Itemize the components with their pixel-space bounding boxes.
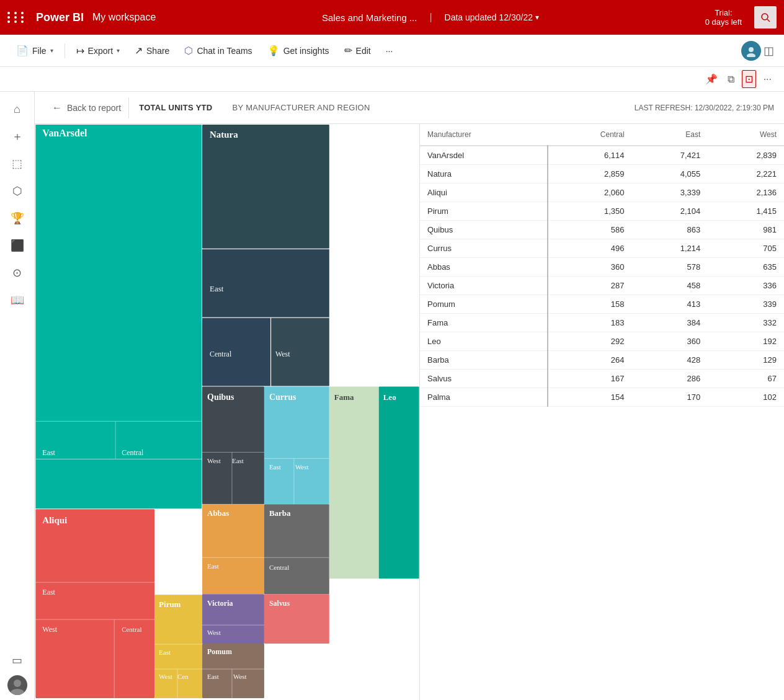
user-avatar[interactable] xyxy=(741,41,761,61)
svg-point-0 xyxy=(762,14,768,20)
value-cell: 7,421 xyxy=(632,146,708,165)
svg-text:East: East xyxy=(210,284,224,293)
share-icon: ↗ xyxy=(135,45,143,56)
manufacturer-cell: Abbas xyxy=(420,258,548,277)
svg-point-4 xyxy=(14,680,21,687)
tab-by-manufacturer[interactable]: BY MANUFACTURER AND REGION xyxy=(223,98,380,117)
svg-text:West: West xyxy=(207,629,221,636)
svg-text:Central: Central xyxy=(210,350,232,358)
svg-text:Aliqui: Aliqui xyxy=(42,515,67,525)
edit-label: Edit xyxy=(356,46,371,56)
svg-text:East: East xyxy=(232,457,244,464)
last-refresh: LAST REFRESH: 12/30/2022, 2:19:30 PM xyxy=(635,104,774,112)
value-cell: 170 xyxy=(632,388,708,407)
toolbar: 📄 File ▾ ↦ Export ▾ ↗ Share ⬡ Chat in Te… xyxy=(0,35,784,67)
svg-text:West: West xyxy=(42,625,57,634)
value-cell: 496 xyxy=(548,239,632,258)
value-cell: 2,136 xyxy=(708,184,784,202)
value-cell: 2,859 xyxy=(548,165,632,184)
table-row: Natura2,8594,0552,221 xyxy=(420,165,784,184)
data-updated: Data updated 12/30/22 ▾ xyxy=(445,12,539,22)
data-updated-chevron[interactable]: ▾ xyxy=(535,13,539,22)
value-cell: 981 xyxy=(708,221,784,239)
back-to-report-button[interactable]: ← Back to report xyxy=(45,97,129,118)
pin-icon[interactable]: 📌 xyxy=(703,71,720,87)
svg-text:East: East xyxy=(159,649,171,656)
value-cell: 102 xyxy=(708,388,784,407)
table-row: Leo292360192 xyxy=(420,332,784,351)
value-cell: 154 xyxy=(548,388,632,407)
edit-button[interactable]: ✏ Edit xyxy=(338,41,377,60)
collapse-icon[interactable]: ◫ xyxy=(764,44,774,58)
svg-text:Abbas: Abbas xyxy=(207,508,229,518)
table-row: Fama183384332 xyxy=(420,314,784,332)
manufacturer-cell: Pomum xyxy=(420,295,548,314)
svg-line-1 xyxy=(767,19,770,22)
table-row: Aliqui2,0603,3392,136 xyxy=(420,184,784,202)
focus-mode-icon[interactable]: ⊡ xyxy=(742,70,756,88)
file-label: File xyxy=(32,46,47,56)
sidebar-learn-icon[interactable]: ⊙ xyxy=(5,260,30,285)
value-cell: 384 xyxy=(632,314,708,332)
svg-text:Quibus: Quibus xyxy=(207,392,234,402)
svg-rect-13 xyxy=(35,459,202,508)
col-manufacturer: Manufacturer xyxy=(420,124,548,146)
trial-info: Trial: 0 days left xyxy=(705,8,742,27)
sidebar-monitor-icon[interactable]: ▭ xyxy=(5,648,30,673)
treemap-chart[interactable]: VanArsdel East Central West Natura East xyxy=(35,124,419,700)
svg-text:Victoria: Victoria xyxy=(207,599,233,608)
svg-text:West: West xyxy=(275,350,290,358)
app-grid-icon[interactable] xyxy=(7,12,26,23)
title-separator: | xyxy=(429,12,432,23)
svg-text:Central: Central xyxy=(269,564,289,571)
manufacturer-cell: Natura xyxy=(420,165,548,184)
sidebar-browse-icon[interactable]: ⬚ xyxy=(5,151,30,176)
chat-in-teams-button[interactable]: ⬡ Chat in Teams xyxy=(178,41,258,60)
col-east: East xyxy=(632,124,708,146)
svg-text:East: East xyxy=(207,673,219,680)
file-button[interactable]: 📄 File ▾ xyxy=(10,41,60,60)
sidebar-metrics-icon[interactable]: 📖 xyxy=(5,288,30,312)
sidebar-apps-icon[interactable]: ⬛ xyxy=(5,233,30,258)
value-cell: 2,060 xyxy=(548,184,632,202)
more-options-button[interactable]: ··· xyxy=(380,42,399,60)
chart-area: VanArsdel East Central West Natura East xyxy=(35,124,784,700)
share-button[interactable]: ↗ Share xyxy=(128,41,176,60)
value-cell: 158 xyxy=(548,295,632,314)
main-layout: ⌂ ＋ ⬚ ⬡ 🏆 ⬛ ⊙ 📖 ▭ ← Back to report TOTAL… xyxy=(0,92,784,700)
svg-rect-34 xyxy=(154,595,202,698)
sidebar-user-avatar[interactable] xyxy=(7,675,27,695)
export-button[interactable]: ↦ Export ▾ xyxy=(70,41,126,60)
sidebar-goals-icon[interactable]: 🏆 xyxy=(5,206,30,231)
ellipsis-icon[interactable]: ··· xyxy=(761,71,774,87)
tab-total-units-ytd[interactable]: TOTAL UNITS YTD xyxy=(129,98,222,117)
col-central: Central xyxy=(548,124,632,146)
value-cell: 586 xyxy=(548,221,632,239)
svg-text:VanArsdel: VanArsdel xyxy=(42,128,87,138)
svg-rect-26 xyxy=(35,509,154,698)
svg-text:East: East xyxy=(42,588,55,596)
sidebar-dataHub-icon[interactable]: ⬡ xyxy=(5,179,30,203)
value-cell: 264 xyxy=(548,351,632,370)
svg-text:West: West xyxy=(159,673,172,680)
value-cell: 578 xyxy=(632,258,708,277)
value-cell: 292 xyxy=(548,332,632,351)
back-arrow-icon: ← xyxy=(52,102,62,113)
svg-rect-6 xyxy=(35,125,202,459)
workspace-label[interactable]: My workspace xyxy=(92,12,156,23)
table-row: Victoria287458336 xyxy=(420,277,784,295)
duplicate-icon[interactable]: ⧉ xyxy=(725,71,737,87)
get-insights-button[interactable]: 💡 Get insights xyxy=(261,41,336,60)
sidebar-create-icon[interactable]: ＋ xyxy=(5,124,30,149)
back-label: Back to report xyxy=(67,103,121,113)
manufacturer-cell: Salvus xyxy=(420,370,548,388)
sidebar-home-icon[interactable]: ⌂ xyxy=(5,97,30,122)
svg-text:Barba: Barba xyxy=(269,508,291,518)
manufacturer-table: Manufacturer Central East West VanArsdel… xyxy=(420,124,784,407)
value-cell: 705 xyxy=(708,239,784,258)
search-button[interactable] xyxy=(754,6,777,29)
value-cell: 2,104 xyxy=(632,202,708,221)
svg-point-5 xyxy=(11,689,24,695)
svg-rect-17 xyxy=(202,249,329,317)
data-table-container: Manufacturer Central East West VanArsdel… xyxy=(419,124,784,700)
